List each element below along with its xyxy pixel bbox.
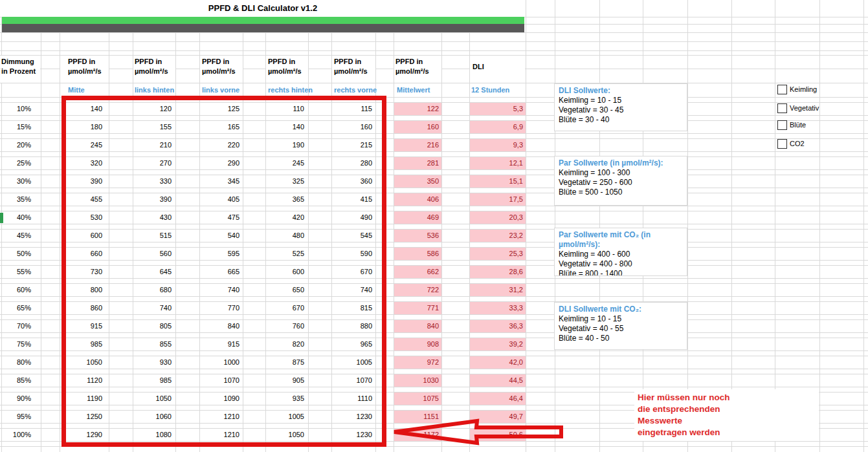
row-percent-label: 65% <box>0 301 31 314</box>
row-percent-label: 70% <box>0 319 31 332</box>
column-subheader: Mitte <box>68 83 85 97</box>
note-block: DLI Sollwerte mit CO₂:Keimling = 10 - 15… <box>554 302 687 350</box>
spreadsheet-canvas: PPFD & DLI Calculator v1.2 Dimmungin Pro… <box>0 0 868 452</box>
note-line: Vegetativ = 30 - 45 <box>559 105 683 115</box>
checkbox-label: Keimling <box>790 85 817 94</box>
mean-value-cell: 469 <box>394 211 439 224</box>
dli-header: DLI <box>473 62 484 72</box>
ppfd-header-line1: PPFD in <box>395 57 429 67</box>
note-line: Blüte = 30 - 40 <box>559 115 683 125</box>
dli-value-cell: 9,3 <box>470 138 523 151</box>
ppfd-header-line1: PPFD in <box>68 57 102 67</box>
note-title: DLI Sollwerte mit CO₂: <box>559 305 683 314</box>
mean-value-cell: 840 <box>394 319 439 332</box>
gridline <box>0 50 868 51</box>
dli-value-cell: 39,2 <box>470 338 523 350</box>
row-percent-label: 75% <box>0 338 31 350</box>
ppfd-header-line2: µmol/m²/s <box>135 67 168 76</box>
dli-value-cell: 5,3 <box>470 102 523 115</box>
note-line: Keimling = 400 - 600 <box>559 250 683 259</box>
row-percent-label: 45% <box>0 229 31 242</box>
row-percent-label: 35% <box>0 193 31 206</box>
dli-value-cell: 46,4 <box>470 392 523 405</box>
column-subheader: 12 Stunden <box>471 83 509 97</box>
mean-value-cell: 216 <box>394 138 439 151</box>
checkbox-label: Blüte <box>790 120 806 130</box>
green-edge-marker <box>0 213 3 223</box>
checkbox-label: Vegetativ <box>790 103 819 113</box>
row-percent-label: 60% <box>0 283 31 296</box>
note-block: DLI Sollwerte:Keimling = 10 - 15Vegetati… <box>554 83 687 131</box>
checkbox[interactable] <box>777 120 787 130</box>
note-line: Keimling = 100 - 300 <box>559 168 683 178</box>
gridline <box>819 0 820 452</box>
gridline <box>41 0 41 452</box>
checkbox[interactable] <box>777 85 787 94</box>
measured-values-highlight-rectangle <box>61 96 386 447</box>
dimmung-header: Dimmungin Prozent <box>1 57 36 76</box>
row-percent-label: 90% <box>0 392 31 405</box>
annotation-line: die entsprechenden <box>638 404 720 415</box>
checkbox[interactable] <box>777 139 787 149</box>
mean-value-cell: 662 <box>394 265 439 278</box>
column-subheader: links hinten <box>135 83 174 97</box>
ppfd-column-header: PPFD inµmol/m²/s <box>268 57 302 76</box>
dimmung-header-line2: in Prozent <box>1 67 36 76</box>
mean-value-cell: 972 <box>394 356 439 369</box>
note-line: Keimling = 10 - 15 <box>559 96 683 105</box>
column-subheader: rechts vorne <box>334 83 377 97</box>
ppfd-header-line2: µmol/m²/s <box>334 67 368 76</box>
dli-value-cell: 25,3 <box>470 247 523 260</box>
ppfd-column-header: PPFD inµmol/m²/s <box>68 57 102 76</box>
page-title: PPFD & DLI Calculator v1.2 <box>0 0 526 17</box>
row-percent-label: 40% <box>0 211 31 224</box>
checkbox[interactable] <box>777 103 787 113</box>
mean-value-cell: 586 <box>394 247 439 260</box>
dli-value-cell: 28,6 <box>470 265 523 278</box>
dli-value-cell: 15,1 <box>470 175 523 188</box>
note-block: Par Sollwerte (in µmol/m²/s):Keimling = … <box>554 156 687 206</box>
ppfd-header-line2: µmol/m²/s <box>268 67 302 76</box>
column-subheader: links vorne <box>202 83 239 97</box>
mean-value-cell: 1075 <box>394 392 439 405</box>
dli-value-cell: 17,5 <box>470 193 523 206</box>
note-line: Blüte = 500 - 1050 <box>559 188 683 197</box>
mean-value-cell: 771 <box>394 301 439 314</box>
ppfd-header-line1: PPFD in <box>135 57 168 67</box>
mean-value-cell: 281 <box>394 156 439 169</box>
gridline <box>441 0 442 452</box>
mean-value-cell: 1030 <box>394 374 439 387</box>
row-percent-label: 20% <box>0 138 31 151</box>
ppfd-header-line2: µmol/m²/s <box>395 67 429 76</box>
checkbox-label: CO2 <box>790 139 805 149</box>
dli-value-cell: 33,3 <box>470 301 523 314</box>
dark-accent-bar <box>2 24 524 32</box>
note-line: Blüte = 40 - 50 <box>559 334 683 343</box>
note-title: Par Sollwerte mit CO₂ (in µmol/m²/s): <box>559 230 683 250</box>
gridline <box>599 0 600 452</box>
gridline <box>775 0 775 452</box>
dli-value-cell: 6,9 <box>470 120 523 133</box>
gridline <box>0 32 868 33</box>
green-accent-bar <box>2 17 524 24</box>
row-percent-label: 30% <box>0 175 31 188</box>
dli-value-cell: 31,2 <box>470 283 523 296</box>
mean-value-cell: 160 <box>394 120 439 133</box>
row-percent-label: 25% <box>0 156 31 169</box>
mean-value-cell: 350 <box>394 175 439 188</box>
dli-value-cell: 44,5 <box>470 374 523 387</box>
ppfd-header-line1: PPFD in <box>202 57 236 67</box>
dimmung-header-line1: Dimmung <box>1 57 36 67</box>
row-percent-label: 80% <box>0 356 31 369</box>
gridline <box>687 0 688 452</box>
mean-value-cell: 722 <box>394 283 439 296</box>
gridline <box>863 0 864 452</box>
column-subheader: rechts hinten <box>268 83 313 97</box>
gridline <box>0 41 868 42</box>
dli-value-cell: 20,3 <box>470 211 523 224</box>
row-percent-label: 95% <box>0 410 31 423</box>
note-line: Keimling = 10 - 15 <box>559 314 683 324</box>
gridline <box>526 0 526 452</box>
row-percent-label: 10% <box>0 102 31 115</box>
row-percent-label: 100% <box>0 428 31 441</box>
